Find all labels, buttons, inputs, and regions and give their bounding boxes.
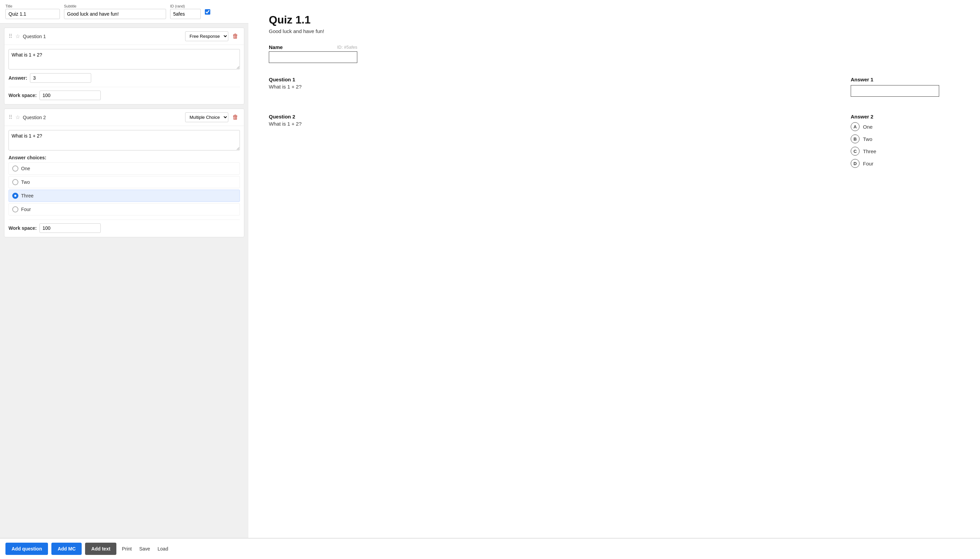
subtitle-field: Subtitle (64, 4, 166, 19)
choice-four-text: Four (21, 207, 31, 212)
drag-handle-1[interactable]: ⠿ (8, 33, 13, 40)
workspace-2-row: Work space: (8, 220, 240, 233)
mc-text-c: Three (863, 149, 876, 154)
workspace-2-input[interactable] (40, 223, 101, 233)
question-1-type-select[interactable]: Free Response Multiple Choice (185, 31, 228, 41)
preview-name-header: Name ID: #5afes (269, 44, 357, 50)
mc-letter-d: D (851, 159, 860, 168)
choice-two-text: Two (21, 179, 30, 185)
delete-question-2-button[interactable]: 🗑 (231, 114, 240, 121)
title-input[interactable] (5, 9, 60, 19)
choice-three-text: Three (21, 193, 34, 198)
preview-name-label: Name (269, 44, 283, 50)
workspace-1-label: Work space: (8, 93, 37, 98)
preview-question-1-block: Question 1 What is 1 + 2? Answer 1 (269, 77, 960, 97)
title-field: Title (5, 4, 60, 19)
choice-two-row: Two (8, 176, 240, 188)
preview-mc-option-b: B Two (851, 134, 960, 143)
preview-question-2-left: Question 2 What is 1 + 2? (269, 114, 302, 171)
workspace-1-input[interactable] (40, 91, 101, 100)
preview-title: Quiz 1.1 (269, 13, 960, 26)
question-1-card: ⠿ ☆ Question 1 Free Response Multiple Ch… (4, 28, 244, 104)
preview-id-label: ID: #5afes (337, 45, 357, 50)
mc-letter-c: C (851, 147, 860, 155)
mc-letter-a: A (851, 122, 860, 131)
mc-text-d: Four (863, 161, 873, 167)
preview-mc-option-a: A One (851, 122, 960, 131)
question-2-type-select[interactable]: Free Response Multiple Choice (185, 112, 228, 122)
question-1-header: ⠿ ☆ Question 1 Free Response Multiple Ch… (5, 28, 244, 45)
rand-checkbox[interactable] (205, 9, 210, 15)
mc-text-b: Two (863, 136, 873, 142)
preview-answer1-input[interactable] (851, 85, 939, 97)
subtitle-input[interactable] (64, 9, 166, 19)
editor-panel: Title Subtitle ID (rand) ⠿ ☆ (0, 0, 248, 538)
workspace-2-label: Work space: (8, 225, 37, 231)
header-row: Title Subtitle ID (rand) (0, 0, 248, 23)
answer-choices-label: Answer choices: (8, 155, 240, 160)
id-field: ID (rand) (170, 4, 201, 19)
preview-name-row: Name ID: #5afes (269, 44, 960, 63)
preview-subtitle: Good luck and have fun! (269, 28, 960, 34)
mc-text-a: One (863, 124, 873, 130)
preview-q2-text: What is 1 + 2? (269, 121, 302, 127)
question-2-textarea[interactable]: What is 1 + 2? (8, 130, 240, 150)
question-1-textarea[interactable]: What is 1 + 2? (8, 49, 240, 69)
question-1-label: Question 1 (23, 34, 182, 39)
question-2-header: ⠿ ☆ Question 2 Free Response Multiple Ch… (5, 109, 244, 126)
choice-one-row: One (8, 162, 240, 175)
choice-three-radio[interactable] (12, 193, 18, 199)
preview-name-input[interactable] (269, 51, 357, 63)
rand-field (205, 8, 210, 15)
load-button[interactable]: Load (155, 542, 170, 555)
preview-mc-option-d: D Four (851, 159, 960, 168)
preview-question-1-left: Question 1 What is 1 + 2? (269, 77, 302, 97)
preview-name-section: Name ID: #5afes (269, 44, 357, 63)
preview-question-1-right: Answer 1 (851, 77, 960, 97)
print-button[interactable]: Print (120, 542, 134, 555)
bottom-toolbar: Add question Add MC Add text Print Save … (0, 538, 980, 559)
question-2-body: What is 1 + 2? Answer choices: One Two T… (5, 126, 244, 237)
star-icon-1[interactable]: ☆ (15, 33, 20, 40)
preview-answer1-label: Answer 1 (851, 77, 960, 83)
title-label: Title (5, 4, 60, 8)
add-question-button[interactable]: Add question (5, 542, 48, 555)
choice-two-radio[interactable] (12, 179, 18, 185)
mc-letter-b: B (851, 134, 860, 143)
preview-question-2-right: Answer 2 A One B Two C Three D Four (851, 114, 960, 171)
add-mc-button[interactable]: Add MC (51, 542, 82, 555)
choice-four-row: Four (8, 203, 240, 215)
question-2-card: ⠿ ☆ Question 2 Free Response Multiple Ch… (4, 109, 244, 237)
preview-q2-label: Question 2 (269, 114, 302, 119)
id-label: ID (rand) (170, 4, 201, 8)
subtitle-label: Subtitle (64, 4, 166, 8)
preview-q1-text: What is 1 + 2? (269, 84, 302, 89)
answer-1-input[interactable] (30, 73, 91, 83)
add-text-button[interactable]: Add text (85, 542, 116, 555)
preview-q1-label: Question 1 (269, 77, 302, 83)
preview-answer2-label: Answer 2 (851, 114, 960, 119)
star-icon-2[interactable]: ☆ (15, 114, 20, 121)
choice-four-radio[interactable] (12, 206, 18, 212)
workspace-1-row: Work space: (8, 87, 240, 100)
choice-one-radio[interactable] (12, 165, 18, 172)
drag-handle-2[interactable]: ⠿ (8, 114, 13, 121)
choice-one-text: One (21, 166, 30, 171)
answer-1-label: Answer: (8, 75, 27, 81)
choice-three-row: Three (8, 190, 240, 202)
preview-mc-option-c: C Three (851, 147, 960, 155)
questions-area: ⠿ ☆ Question 1 Free Response Multiple Ch… (0, 23, 248, 538)
question-2-label: Question 2 (23, 115, 182, 120)
save-button[interactable]: Save (137, 542, 152, 555)
preview-panel: Quiz 1.1 Good luck and have fun! Name ID… (248, 0, 980, 538)
answer-1-row: Answer: (8, 73, 240, 83)
preview-question-2-block: Question 2 What is 1 + 2? Answer 2 A One… (269, 114, 960, 171)
id-input[interactable] (170, 9, 201, 19)
delete-question-1-button[interactable]: 🗑 (231, 33, 240, 40)
question-1-body: What is 1 + 2? Answer: Work space: (5, 45, 244, 104)
